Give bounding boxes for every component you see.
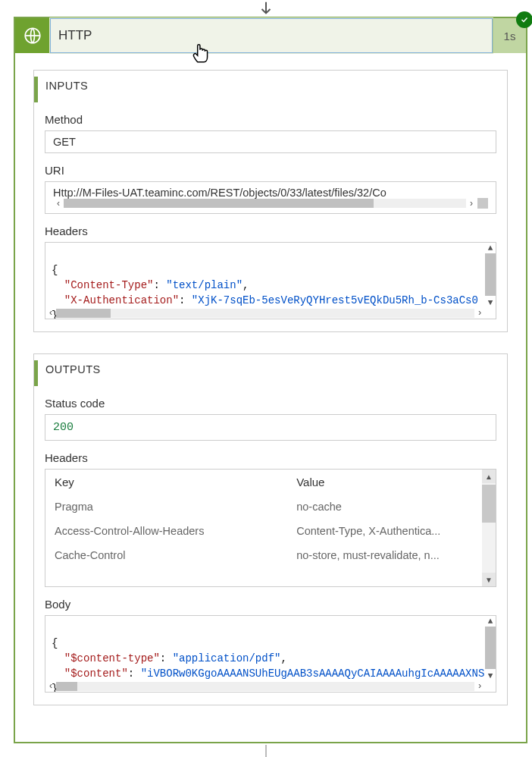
status-code-value[interactable]: 200 bbox=[45, 414, 496, 441]
json-brace: { bbox=[52, 637, 58, 649]
scroll-left-icon[interactable]: ‹ bbox=[45, 681, 56, 692]
json-key: "$content" bbox=[64, 667, 128, 680]
flow-connector-bottom bbox=[265, 745, 267, 757]
scroll-right-icon[interactable]: › bbox=[474, 308, 485, 319]
scroll-left-icon[interactable]: ‹ bbox=[45, 308, 56, 319]
json-key: "Content-Type" bbox=[64, 279, 154, 291]
outputs-panel: OUTPUTS Status code 200 Headers Key Valu… bbox=[33, 353, 508, 705]
input-headers-box[interactable]: { "Content-Type": "text/plain", "X-Authe… bbox=[45, 242, 496, 319]
scroll-up-icon[interactable]: ▲ bbox=[485, 616, 496, 627]
scroll-corner bbox=[477, 198, 488, 209]
success-badge bbox=[516, 11, 532, 28]
table-value-header: Value bbox=[296, 476, 487, 488]
json-value: "XjK-7sqEb-5esVeRyQYHrest5vEQkDu5Rh_b-Cs… bbox=[192, 294, 478, 306]
method-value[interactable]: GET bbox=[45, 130, 496, 153]
body-hscroll[interactable]: ‹ › bbox=[45, 681, 485, 692]
scroll-down-icon[interactable]: ▼ bbox=[485, 671, 496, 681]
table-row: Cache-Control no-store, must-revalidate,… bbox=[55, 543, 487, 567]
http-action-card[interactable]: HTTP 1s INPUTS Method GET URI Http://M-F… bbox=[14, 17, 527, 743]
scroll-left-icon[interactable]: ‹ bbox=[53, 198, 64, 209]
header-value: no-cache bbox=[296, 501, 487, 513]
header-key: Pragma bbox=[55, 501, 296, 513]
json-brace: { bbox=[52, 264, 58, 276]
output-headers-table[interactable]: Key Value Pragma no-cache Access-Control… bbox=[45, 469, 496, 587]
json-key: "$content-type" bbox=[64, 652, 160, 664]
action-title[interactable]: HTTP bbox=[50, 18, 493, 53]
scroll-right-icon[interactable]: › bbox=[466, 198, 477, 209]
uri-horizontal-scrollbar[interactable]: ‹ › bbox=[53, 198, 488, 209]
input-headers-hscroll[interactable]: ‹ › bbox=[45, 308, 485, 319]
json-value: "application/pdf" bbox=[173, 652, 281, 664]
v-scroll-thumb[interactable] bbox=[485, 627, 496, 669]
inputs-title: INPUTS bbox=[34, 77, 496, 102]
status-code-label: Status code bbox=[45, 397, 496, 410]
header-key: Cache-Control bbox=[55, 549, 296, 561]
header-value: no-store, must-revalidate, n... bbox=[296, 549, 487, 561]
uri-label: URI bbox=[45, 164, 496, 177]
scroll-up-icon[interactable]: ▲ bbox=[485, 243, 496, 253]
body-label: Body bbox=[45, 598, 496, 611]
input-headers-label: Headers bbox=[45, 225, 496, 237]
table-key-header: Key bbox=[55, 476, 296, 488]
table-vertical-scrollbar[interactable]: ▲ ▼ bbox=[482, 470, 496, 586]
output-headers-label: Headers bbox=[45, 451, 496, 464]
outputs-title: OUTPUTS bbox=[34, 360, 496, 386]
uri-value-box[interactable]: Http://M-Files-UAT.teaminc.com/REST/obje… bbox=[45, 181, 496, 214]
scroll-down-icon[interactable]: ▼ bbox=[482, 573, 496, 586]
json-key: "X-Authentication" bbox=[64, 294, 179, 306]
inputs-panel: INPUTS Method GET URI Http://M-Files-UAT… bbox=[33, 70, 508, 332]
method-label: Method bbox=[45, 113, 496, 126]
uri-value: Http://M-Files-UAT.teaminc.com/REST/obje… bbox=[53, 187, 488, 199]
table-row: Pragma no-cache bbox=[55, 495, 487, 519]
json-value: "iVBORw0KGgoAAAANSUhEUgAAB3sAAAAQyCAIAAA… bbox=[141, 667, 485, 680]
scroll-down-icon[interactable]: ▼ bbox=[485, 297, 496, 308]
action-header[interactable]: HTTP 1s bbox=[15, 18, 526, 53]
header-key: Access-Control-Allow-Headers bbox=[55, 525, 296, 537]
v-scroll-thumb[interactable] bbox=[485, 253, 496, 296]
table-row: Access-Control-Allow-Headers Content-Typ… bbox=[55, 519, 487, 543]
table-header-row: Key Value bbox=[45, 470, 496, 495]
http-globe-icon bbox=[15, 18, 50, 53]
v-scroll-thumb[interactable] bbox=[482, 485, 496, 523]
scroll-up-icon[interactable]: ▲ bbox=[482, 470, 496, 483]
header-value: Content-Type, X-Authentica... bbox=[296, 525, 487, 537]
output-body-box[interactable]: { "$content-type": "application/pdf", "$… bbox=[45, 615, 496, 693]
json-value: "text/plain" bbox=[166, 279, 243, 291]
scroll-right-icon[interactable]: › bbox=[474, 681, 485, 692]
